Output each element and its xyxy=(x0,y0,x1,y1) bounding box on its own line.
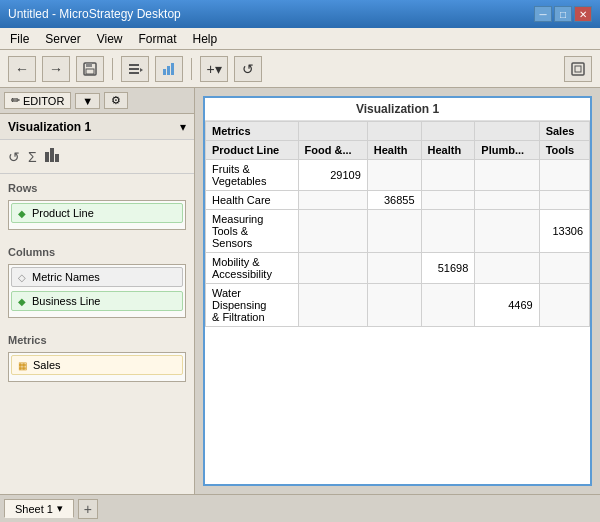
viz-name-label: Visualization 1 xyxy=(8,120,91,134)
save-icon xyxy=(82,61,98,77)
editor-tabs: ✏ EDITOR ▼ ⚙ xyxy=(0,88,194,114)
undo-icon[interactable]: ↺ xyxy=(8,149,20,165)
cell-value: 51698 xyxy=(421,253,475,284)
rows-section: Rows ◆ Product Line xyxy=(0,174,194,238)
svg-rect-9 xyxy=(171,63,174,75)
menu-file[interactable]: File xyxy=(4,30,35,48)
filter-icon: ▼ xyxy=(82,95,93,107)
back-button[interactable]: ← xyxy=(8,56,36,82)
chart2-icon[interactable] xyxy=(45,148,61,165)
bottom-bar: Sheet 1 ▾ + xyxy=(0,494,600,522)
col-tools-header: Tools xyxy=(539,141,589,160)
col-sales-header: Sales xyxy=(539,122,589,141)
viz-container: Visualization 1 Metrics Sales Pr xyxy=(203,96,592,486)
action-icons: ↺ Σ xyxy=(0,140,194,174)
product-line-field[interactable]: ◆ Product Line xyxy=(11,203,183,223)
toolbar: ← → +▾ ↺ xyxy=(0,50,600,88)
cell-empty xyxy=(475,210,539,253)
table-row: Health Care 36855 xyxy=(206,191,590,210)
cell-empty xyxy=(421,160,475,191)
export-button[interactable] xyxy=(564,56,592,82)
sigma-icon[interactable]: Σ xyxy=(28,149,37,165)
svg-marker-6 xyxy=(140,68,143,72)
svg-rect-8 xyxy=(167,66,170,75)
rows-field-box[interactable]: ◆ Product Line xyxy=(8,200,186,230)
editor-tab[interactable]: ✏ EDITOR xyxy=(4,92,71,109)
menu-server[interactable]: Server xyxy=(39,30,86,48)
attribute-diamond-icon: ◆ xyxy=(18,208,26,219)
svg-rect-1 xyxy=(86,63,92,67)
cell-value: 36855 xyxy=(367,191,421,210)
menu-bar: File Server View Format Help xyxy=(0,28,600,50)
cell-empty xyxy=(421,284,475,327)
svg-rect-7 xyxy=(163,69,166,75)
svg-rect-12 xyxy=(45,152,49,162)
menu-view[interactable]: View xyxy=(91,30,129,48)
window-title: Untitled - MicroStrategy Desktop xyxy=(8,7,181,21)
separator-1 xyxy=(112,58,113,80)
table-wrapper[interactable]: Metrics Sales Product Line Food &... Hea… xyxy=(205,121,590,484)
metric-names-label: Metric Names xyxy=(32,271,100,283)
row-label: Fruits &Vegetables xyxy=(206,160,299,191)
cell-empty xyxy=(367,160,421,191)
viz-dropdown-icon[interactable]: ▾ xyxy=(180,120,186,134)
settings-icon: ⚙ xyxy=(111,94,121,107)
right-panel: Visualization 1 Metrics Sales Pr xyxy=(195,88,600,494)
close-button[interactable]: ✕ xyxy=(574,6,592,22)
menu-help[interactable]: Help xyxy=(187,30,224,48)
cell-empty xyxy=(367,210,421,253)
cell-empty xyxy=(298,191,367,210)
metrics-section: Metrics ▦ Sales xyxy=(0,326,194,390)
metric-names-icon: ◇ xyxy=(18,272,26,283)
business-line-field[interactable]: ◆ Business Line xyxy=(11,291,183,311)
cell-empty xyxy=(421,210,475,253)
layers-button[interactable] xyxy=(121,56,149,82)
save-button[interactable] xyxy=(76,56,104,82)
columns-section: Columns ◇ Metric Names ◆ Business Line xyxy=(0,238,194,326)
table-row: Mobility &Accessibility 51698 xyxy=(206,253,590,284)
forward-button[interactable]: → xyxy=(42,56,70,82)
sales-field[interactable]: ▦ Sales xyxy=(11,355,183,375)
cell-empty xyxy=(539,191,589,210)
filter-tab[interactable]: ▼ xyxy=(75,93,100,109)
sheet1-label: Sheet 1 xyxy=(15,503,53,515)
col-health1-header: Health xyxy=(367,141,421,160)
cell-value: 4469 xyxy=(475,284,539,327)
metrics-field-box[interactable]: ▦ Sales xyxy=(8,352,186,382)
col-health1-spacer xyxy=(367,122,421,141)
product-line-label: Product Line xyxy=(32,207,94,219)
sheet1-tab[interactable]: Sheet 1 ▾ xyxy=(4,499,74,518)
maximize-button[interactable]: □ xyxy=(554,6,572,22)
columns-field-box[interactable]: ◇ Metric Names ◆ Business Line xyxy=(8,264,186,318)
cell-empty xyxy=(367,253,421,284)
chart-button[interactable] xyxy=(155,56,183,82)
cell-empty xyxy=(539,253,589,284)
metrics-label: Metrics xyxy=(8,334,186,346)
col-product-line-header: Product Line xyxy=(206,141,299,160)
refresh-button[interactable]: ↺ xyxy=(234,56,262,82)
sales-label: Sales xyxy=(33,359,61,371)
pencil-icon: ✏ xyxy=(11,94,20,107)
sheet-dropdown-icon[interactable]: ▾ xyxy=(57,502,63,515)
add-button[interactable]: +▾ xyxy=(200,56,228,82)
main-area: ✏ EDITOR ▼ ⚙ Visualization 1 ▾ ↺ Σ xyxy=(0,88,600,494)
table-row: MeasuringTools &Sensors 13306 xyxy=(206,210,590,253)
settings-tab[interactable]: ⚙ xyxy=(104,92,128,109)
metric-names-field[interactable]: ◇ Metric Names xyxy=(11,267,183,287)
minimize-button[interactable]: ─ xyxy=(534,6,552,22)
viz-name-row: Visualization 1 ▾ xyxy=(0,114,194,140)
col-metrics-header: Metrics xyxy=(206,122,299,141)
svg-rect-14 xyxy=(55,154,59,162)
cell-empty xyxy=(475,191,539,210)
menu-format[interactable]: Format xyxy=(132,30,182,48)
cell-empty xyxy=(539,284,589,327)
header-row-1: Metrics Sales xyxy=(206,122,590,141)
cell-empty xyxy=(298,284,367,327)
svg-rect-13 xyxy=(50,148,54,162)
editor-label: EDITOR xyxy=(23,95,64,107)
attribute-diamond-icon2: ◆ xyxy=(18,296,26,307)
col-plumb-header: Plumb... xyxy=(475,141,539,160)
col-food-header: Food &... xyxy=(298,141,367,160)
separator-2 xyxy=(191,58,192,80)
add-sheet-button[interactable]: + xyxy=(78,499,98,519)
